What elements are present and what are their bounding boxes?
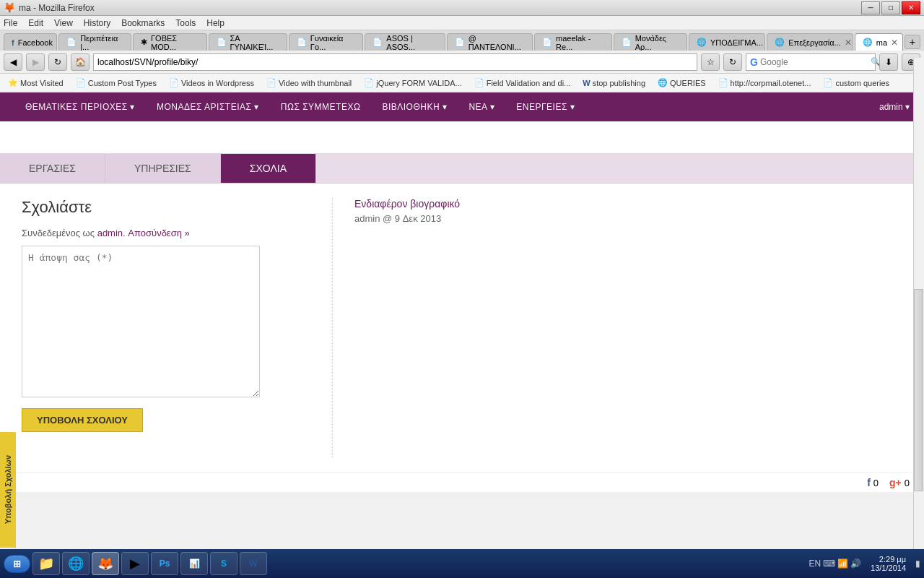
- tab-label: ΥΠΟΔΕΙΓΜΑ...: [710, 38, 763, 47]
- tab-ergasies[interactable]: ΕΡΓΑΣΙΕΣ: [0, 154, 105, 183]
- taskbar-word[interactable]: W: [240, 552, 267, 575]
- download-button[interactable]: ⬇: [879, 53, 898, 71]
- folder-icon: 📄: [76, 78, 86, 87]
- user-label: admin ▾: [879, 102, 910, 112]
- tab-ypodeigma[interactable]: 🌐 ΥΠΟΔΕΙΓΜΑ...: [689, 33, 765, 51]
- tab-icon: 📄: [542, 38, 552, 47]
- browser-icon: 🦊: [4, 2, 15, 13]
- tab-close-active-icon[interactable]: ✕: [891, 38, 898, 48]
- bookmark-videos-wp[interactable]: 📄 Videos in Wordpress: [165, 77, 258, 89]
- bookmark-label: http://corpmail.otenet...: [731, 79, 811, 87]
- admin-link[interactable]: admin.: [97, 228, 126, 238]
- googleplus-icon: g+: [889, 477, 902, 488]
- show-desktop-icon[interactable]: ▮: [915, 558, 920, 569]
- bookmark-field-val[interactable]: 📄 Field Validation and di...: [470, 77, 575, 89]
- bookmark-most-visited[interactable]: ⭐ Most Visited: [4, 77, 68, 89]
- comment-textarea[interactable]: [22, 246, 260, 397]
- address-bar: ◀ ▶ ↻ 🏠 ☆ ↻ G 🔍 ⬇ ⊕: [0, 51, 924, 74]
- taskbar-media[interactable]: ▶: [121, 552, 149, 575]
- new-tab-button[interactable]: +: [905, 35, 920, 49]
- bookmark-star[interactable]: ☆: [701, 53, 720, 71]
- tab-facebook[interactable]: f Facebook: [4, 33, 57, 51]
- facebook-icon: f: [867, 477, 871, 488]
- menu-view[interactable]: View: [54, 18, 73, 28]
- tab-gynaikes[interactable]: 📄 ΣΑ ΓΥΝΑΙΚΕΊ...: [209, 33, 287, 51]
- window-title: ma - Mozilla Firefox: [19, 3, 95, 13]
- taskbar-explorer[interactable]: 📁: [32, 552, 60, 575]
- tab-peripeteia[interactable]: 📄 Περιπέτεια |...: [58, 33, 131, 51]
- tab-icon: 📄: [66, 38, 77, 47]
- bookmark-queries[interactable]: 🌐 QUERIES: [653, 77, 710, 89]
- taskbar-ie[interactable]: 🌐: [62, 552, 90, 575]
- tab-epeksergasia[interactable]: 🌐 Επεξεργασία... ✕: [767, 33, 853, 51]
- sidebar-submit-button[interactable]: Υποβολή Σχολίων: [0, 432, 16, 548]
- bookmark-custom-post[interactable]: 📄 Custom Post Types: [71, 77, 161, 89]
- bookmark-stop-publishing[interactable]: W stop publishing: [578, 77, 650, 89]
- site-navigation: ΘΕΜΑΤΙΚΕΣ ΠΕΡΙΟΧΕΣ ▾ ΜΟΝΑΔΕΣ ΑΡΙΣΤΕΙΑΣ ▾…: [0, 92, 924, 121]
- tab-icon: 📄: [297, 38, 307, 47]
- menu-bookmarks[interactable]: Bookmarks: [121, 18, 165, 28]
- nav-thematikes[interactable]: ΘΕΜΑΤΙΚΕΣ ΠΕΡΙΟΧΕΣ ▾: [14, 92, 146, 121]
- home-button[interactable]: 🏠: [71, 53, 90, 71]
- menu-edit[interactable]: Edit: [28, 18, 43, 28]
- logout-link[interactable]: Αποσύνδεση »: [128, 228, 189, 238]
- tab-label: Επεξεργασία...: [788, 38, 841, 47]
- doc-icon5: 📄: [718, 78, 728, 87]
- minimize-button[interactable]: ─: [861, 1, 880, 14]
- taskbar-skype[interactable]: S: [210, 552, 237, 575]
- taskbar-excel[interactable]: 📊: [180, 552, 208, 575]
- bookmark-jquery[interactable]: 📄 jQuery FORM VALIDA...: [359, 77, 466, 89]
- tab-ma[interactable]: 🌐 ma ✕: [855, 33, 903, 51]
- scrollbar-track: [913, 58, 924, 549]
- time-display: 2:29 μμ: [871, 555, 906, 564]
- tab-asos[interactable]: 📄 ASOS | ASOS...: [365, 33, 445, 51]
- tab-goves[interactable]: ✱ ΓΟΒΕΣ MOD...: [133, 33, 207, 51]
- taskbar-firefox[interactable]: 🦊: [92, 552, 119, 575]
- maximize-button[interactable]: □: [881, 1, 900, 14]
- tab-monades[interactable]: 📄 Μονάδες Αρ...: [614, 33, 687, 51]
- skype-icon: S: [221, 558, 227, 569]
- search-input[interactable]: [760, 57, 868, 67]
- menu-bar: File Edit View History Bookmarks Tools H…: [0, 16, 924, 30]
- forward-button[interactable]: ▶: [26, 53, 45, 71]
- tab-scholia[interactable]: ΣΧΟΛΙΑ: [221, 154, 316, 183]
- bookmark-label: Video with thumbnail: [279, 79, 352, 87]
- comment-section: Σχολιάστε Συνδεδεμένος ως admin. Αποσύνδ…: [22, 198, 310, 458]
- refresh-button[interactable]: ↻: [48, 53, 67, 71]
- tab-panteloni[interactable]: 📄 @ ΠΑΝΤΕΛΟΝΙ...: [447, 33, 533, 51]
- tab-ypiresias[interactable]: ΥΠΗΡΕΣΙΕΣ: [105, 154, 221, 183]
- tab-maeelak[interactable]: 📄 maeelak - Re...: [534, 33, 612, 51]
- bookmark-video-thumb[interactable]: 📄 Video with thumbnail: [262, 77, 356, 89]
- start-button[interactable]: ⊞: [4, 555, 30, 573]
- social-bar: f 0 g+ 0: [0, 473, 924, 492]
- tab-spacer: [316, 154, 924, 183]
- sidebar-label: Υποβολή Σχολίων: [4, 455, 12, 524]
- address-refresh[interactable]: ↻: [723, 53, 742, 71]
- menu-history[interactable]: History: [84, 18, 110, 28]
- user-menu[interactable]: admin ▾: [879, 102, 910, 112]
- tab-icon: 📄: [455, 38, 465, 47]
- nav-monades[interactable]: ΜΟΝΑΔΕΣ ΑΡΙΣΤΕΙΑΣ ▾: [146, 92, 270, 121]
- nav-pos-symmetexo[interactable]: ΠΩΣ ΣΥΜΜΕΤΕΧΩ: [270, 92, 372, 121]
- menu-help[interactable]: Help: [206, 18, 225, 28]
- word-icon: W: [249, 558, 257, 569]
- tab-icon: 📄: [372, 38, 383, 47]
- tab-label: Περιπέτεια |...: [80, 34, 123, 51]
- menu-file[interactable]: File: [4, 18, 17, 28]
- nav-vivliothiki[interactable]: ΒΙΒΛΙΟΘΗΚΗ ▾: [371, 92, 458, 121]
- close-button[interactable]: ✕: [902, 1, 920, 14]
- back-button[interactable]: ◀: [4, 53, 22, 71]
- nav-energeies[interactable]: ΕΝΕΡΓΕΙΕΣ ▾: [505, 92, 585, 121]
- tab-close-icon[interactable]: ✕: [845, 38, 852, 48]
- facebook-count: f 0: [867, 477, 879, 488]
- bookmark-custom-queries[interactable]: 📄 custom queries: [819, 77, 894, 89]
- tab-gynaikeia[interactable]: 📄 Γυναικεία Γο...: [289, 33, 363, 51]
- bookmark-corpmail[interactable]: 📄 http://corpmail.otenet...: [714, 77, 816, 89]
- taskbar-photoshop[interactable]: Ps: [151, 552, 178, 575]
- address-input[interactable]: [93, 53, 697, 71]
- menu-tools[interactable]: Tools: [175, 18, 196, 28]
- submit-comment-button[interactable]: ΥΠΟΒΟΛΗ ΣΧΟΛΙΟΥ: [22, 408, 143, 432]
- tab-icon: 📄: [217, 38, 227, 47]
- scrollbar-thumb[interactable]: [914, 289, 923, 491]
- nav-nea[interactable]: ΝΕΑ ▾: [458, 92, 505, 121]
